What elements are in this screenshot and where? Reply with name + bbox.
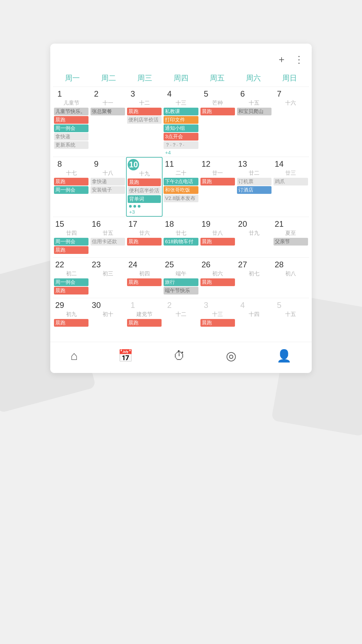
event-tag[interactable]: 618购物车付 [164, 238, 198, 246]
event-tag[interactable]: 晨跑 [54, 319, 88, 327]
event-tag[interactable]: 和宝贝爬山 [237, 108, 272, 115]
event-tag[interactable]: 晨跑 [54, 287, 88, 294]
event-tag[interactable]: 晨跑 [127, 278, 162, 286]
day-cell[interactable]: 28初八 [273, 258, 309, 298]
more-events[interactable]: +3 [128, 209, 161, 215]
day-cell[interactable]: 23初三 [89, 258, 126, 298]
event-tag[interactable]: 儿童节快乐。 [54, 108, 88, 115]
event-tag[interactable]: ？·？·？· [164, 141, 198, 149]
timer-icon: ⏱ [173, 349, 185, 363]
event-tag[interactable]: 周一例会 [54, 186, 88, 194]
event-tag[interactable]: 便利店半价活 [128, 187, 161, 195]
day-number-wrapper: 1 [54, 88, 65, 100]
day-cell[interactable]: 5十五 [273, 298, 309, 338]
event-tag[interactable]: 下午2点电话 [164, 178, 198, 185]
event-tag[interactable]: 3点开会 [164, 133, 198, 141]
event-tag[interactable]: V2.8版本发布 [164, 195, 198, 202]
day-cell[interactable]: 1儿童节儿童节快乐。晨跑周一例会拿快递更新系统 [53, 87, 89, 157]
day-cell[interactable]: 24初四晨跑 [126, 258, 163, 298]
event-tag[interactable]: 鸡爪 [274, 178, 308, 185]
day-cell[interactable]: 17廿六晨跑 [126, 217, 163, 257]
day-cell[interactable]: 14廿三鸡爪 [273, 157, 309, 217]
day-cell[interactable]: 18廿七618购物车付 [163, 217, 199, 257]
day-number: 3 [204, 301, 208, 310]
event-tag[interactable]: 晨跑 [128, 178, 161, 186]
day-cell[interactable]: 9十八拿快递安装镜子 [89, 157, 126, 217]
day-cell[interactable]: 26初六晨跑 [199, 258, 236, 298]
day-number: 19 [201, 219, 210, 229]
event-tag[interactable]: 订酒店 [237, 186, 272, 194]
event-tag[interactable]: 安装镜子 [90, 186, 125, 194]
event-tag[interactable]: 拿快递 [54, 133, 88, 141]
event-tag[interactable]: 晨跑 [54, 246, 88, 254]
event-tag[interactable]: 订机票 [237, 178, 272, 185]
event-tag[interactable]: 私教课 [164, 108, 198, 115]
event-tag[interactable]: 便利店半价活 [127, 116, 162, 124]
day-cell[interactable]: 3十二晨跑便利店半价活 [126, 87, 163, 157]
day-cell[interactable]: 4十三私教课打印文件通知小组3点开会？·？·？·+4 [163, 87, 199, 157]
day-cell[interactable]: 27初七 [236, 258, 273, 298]
day-cell[interactable]: 10十九晨跑便利店半价活背单词+3 [126, 157, 163, 217]
home-icon: ⌂ [70, 349, 78, 363]
event-tag[interactable]: 周一例会 [54, 278, 88, 286]
nav-profile[interactable]: 👤 [277, 349, 292, 363]
event-tag[interactable]: 周一例会 [54, 238, 88, 246]
event-tag[interactable]: 晨跑 [200, 178, 235, 185]
event-tag[interactable]: 晨跑 [200, 319, 235, 327]
day-cell[interactable]: 6十五和宝贝爬山 [236, 87, 273, 157]
event-tag[interactable]: 父亲节 [274, 238, 308, 246]
day-cell[interactable]: 29初九晨跑 [53, 298, 89, 338]
event-tag[interactable]: 晨跑 [127, 238, 162, 246]
day-cell[interactable]: 16廿五信用卡还款 [89, 217, 126, 257]
more-events[interactable]: +4 [164, 150, 198, 155]
event-tag[interactable]: 晨跑 [200, 108, 235, 115]
day-cell[interactable]: 11二十下午2点电话和张哥吃饭V2.8版本发布 [163, 157, 199, 217]
add-button[interactable]: ＋ [277, 53, 286, 66]
nav-calendar[interactable]: 📅 [118, 349, 133, 363]
day-cell[interactable]: 21夏至父亲节 [273, 217, 309, 257]
more-button[interactable]: ⋮ [294, 54, 304, 65]
event-tag[interactable]: 打印文件 [164, 116, 198, 124]
day-cell[interactable]: 2十二 [163, 298, 199, 338]
day-cell[interactable]: 13廿二订机票订酒店 [236, 157, 273, 217]
day-cell[interactable]: 5芒种晨跑 [199, 87, 236, 157]
day-cell[interactable]: 3十三晨跑 [199, 298, 236, 338]
event-tag[interactable]: 信用卡还款 [90, 238, 125, 246]
event-tag[interactable]: 晨跑 [200, 238, 235, 246]
event-tag[interactable]: 晨跑 [54, 178, 88, 185]
event-tag[interactable]: 晨跑 [127, 319, 162, 327]
day-number: 21 [275, 219, 284, 229]
day-cell[interactable]: 20廿九 [236, 217, 273, 257]
event-tag[interactable]: 更新系统 [54, 141, 88, 149]
day-cell[interactable]: 4十四 [236, 298, 273, 338]
day-lunar: 十四 [237, 311, 272, 318]
day-number-wrapper: 29 [54, 300, 65, 311]
nav-timer[interactable]: ⏱ [173, 349, 185, 363]
day-cell[interactable]: 8十七晨跑周一例会 [53, 157, 89, 217]
event-tag[interactable]: 晨跑 [54, 116, 88, 124]
day-number-wrapper: 5 [200, 88, 212, 100]
event-tag[interactable]: 张总聚餐 [90, 108, 125, 115]
day-number-wrapper: 4 [237, 300, 248, 311]
event-tag[interactable]: 晨跑 [127, 108, 162, 115]
day-cell[interactable]: 2十一张总聚餐 [89, 87, 126, 157]
day-lunar: 十三 [164, 100, 198, 107]
event-tag[interactable]: 拿快递 [90, 178, 125, 185]
day-cell[interactable]: 22初二周一例会晨跑 [53, 258, 89, 298]
event-tag[interactable]: 晨跑 [200, 278, 235, 286]
day-cell[interactable]: 19廿八晨跑 [199, 217, 236, 257]
nav-stats[interactable]: ◎ [226, 349, 236, 363]
event-tag[interactable]: 周一例会 [54, 124, 88, 132]
day-cell[interactable]: 25端午旅行端午节快乐 [163, 258, 199, 298]
nav-home[interactable]: ⌂ [70, 349, 78, 363]
event-tag[interactable]: 背单词 [128, 195, 161, 203]
event-tag[interactable]: 端午节快乐 [164, 287, 198, 294]
day-cell[interactable]: 1建党节晨跑 [126, 298, 163, 338]
event-tag[interactable]: 和张哥吃饭 [164, 186, 198, 194]
day-cell[interactable]: 30初十 [89, 298, 126, 338]
day-cell[interactable]: 7十六 [273, 87, 309, 157]
event-tag[interactable]: 通知小组 [164, 124, 198, 132]
event-tag[interactable]: 旅行 [164, 278, 198, 286]
day-cell[interactable]: 12廿一晨跑 [199, 157, 236, 217]
day-cell[interactable]: 15廿四周一例会晨跑 [53, 217, 89, 257]
